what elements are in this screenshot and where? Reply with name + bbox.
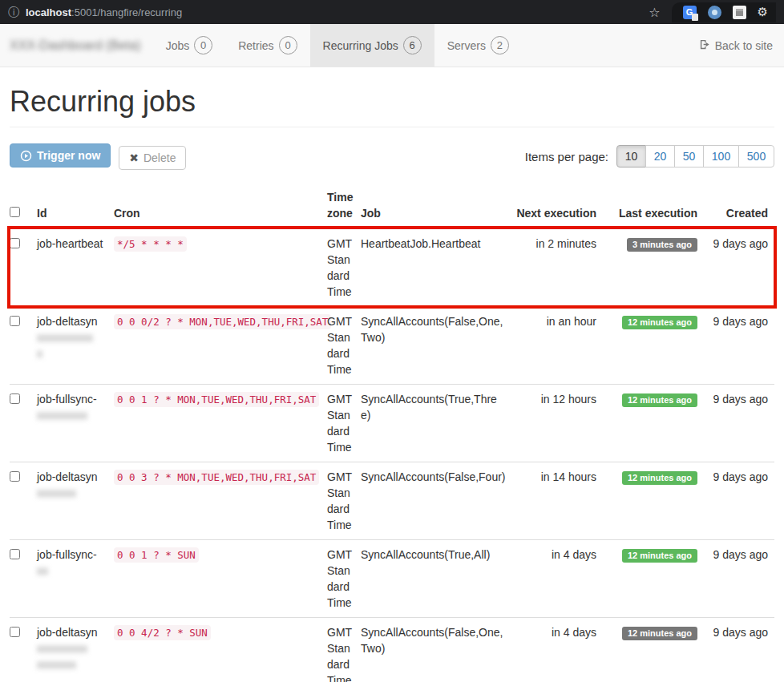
page-size-50[interactable]: 50 <box>674 145 704 167</box>
back-to-site-label: Back to site <box>715 39 773 52</box>
nav-tab-label: Jobs <box>166 39 190 52</box>
row-checkbox[interactable] <box>10 238 20 248</box>
page-info-icon[interactable]: ⓘ <box>8 6 19 18</box>
created-cell: 9 days ago <box>704 539 774 617</box>
page-size-10[interactable]: 10 <box>616 145 646 167</box>
cron-expression: 0 0 1 ? * MON,TUE,WED,THU,FRI,SAT <box>114 392 319 407</box>
next-execution-cell: in an hour <box>513 306 603 384</box>
last-execution-cell: 3 minutes ago <box>603 228 704 307</box>
trigger-now-label: Trigger now <box>37 149 100 162</box>
job-method-cell: SyncAllAccounts(True,All) <box>361 539 513 617</box>
last-execution-cell: 12 minutes ago <box>603 306 704 384</box>
browser-address-bar: ⓘ localhost:5001/hangfire/recurring ☆ G … <box>0 0 784 24</box>
last-execution-badge[interactable]: 3 minutes ago <box>627 238 697 252</box>
translate-extension-icon[interactable]: G <box>683 6 697 19</box>
cron-cell: 0 0 4/2 ? * SUN <box>114 617 327 682</box>
nav-tab-jobs[interactable]: Jobs 0 <box>153 24 226 67</box>
gear-extension-icon[interactable]: ⚙ <box>758 6 768 18</box>
table-row: job-heartbeat */5 * * * * GMT Standard T… <box>10 228 774 307</box>
brand-text-redacted: XXX-Dashboard (Beta) <box>10 38 141 53</box>
trigger-now-button[interactable]: Trigger now <box>10 143 111 167</box>
next-execution-cell: in 2 minutes <box>513 228 603 307</box>
row-checkbox[interactable] <box>10 549 20 559</box>
cron-cell: 0 0 1 ? * SUN <box>114 539 327 617</box>
page-size-20[interactable]: 20 <box>645 145 675 167</box>
page-size-100[interactable]: 100 <box>703 145 739 167</box>
brand[interactable]: XXX-Dashboard (Beta) <box>0 24 153 67</box>
nav-tab-label: Servers <box>447 39 486 52</box>
created-cell: 9 days ago <box>704 306 774 384</box>
cron-expression: 0 0 3 ? * MON,TUE,WED,THU,FRI,SAT <box>114 470 319 485</box>
timezone-cell: GMT Standard Time <box>327 539 361 617</box>
job-method-cell: SyncAllAccounts(False,One, Two) <box>361 306 513 384</box>
created-cell: 9 days ago <box>704 462 774 539</box>
nav-tab-retries[interactable]: Retries 0 <box>225 24 309 67</box>
row-checkbox[interactable] <box>10 393 20 404</box>
job-id-redacted-text: xxxxxxx <box>37 656 107 672</box>
table-header-row: Id Cron Time zone Job Next execution Las… <box>10 183 774 228</box>
job-id-cell: job-heartbeat <box>37 228 114 307</box>
last-execution-badge[interactable]: 12 minutes ago <box>622 471 697 485</box>
delete-x-icon: ✖ <box>129 151 139 164</box>
nav-tab-label: Retries <box>238 39 273 52</box>
select-all-checkbox[interactable] <box>10 207 20 217</box>
job-id-text: job-deltasyn <box>37 470 98 483</box>
delete-button[interactable]: ✖ Delete <box>119 146 186 170</box>
job-id-cell: job-fullsync-xx <box>37 539 114 617</box>
table-row: job-deltasynxxxxxxx 0 0 3 ? * MON,TUE,WE… <box>10 462 774 539</box>
row-checkbox[interactable] <box>10 471 20 482</box>
table-row: job-deltasynxxxxxxxxxxx 0 0 0/2 ? * MON,… <box>10 306 774 384</box>
package-extension-icon[interactable] <box>733 6 746 19</box>
row-checkbox[interactable] <box>10 627 20 637</box>
bookmark-star-icon[interactable]: ☆ <box>649 5 660 20</box>
job-id-cell: job-fullsync-xxxxxxxxx <box>37 384 114 462</box>
last-execution-cell: 12 minutes ago <box>603 384 704 462</box>
page-size-500[interactable]: 500 <box>738 145 774 167</box>
hangfire-navbar: XXX-Dashboard (Beta) Jobs 0 Retries 0 Re… <box>0 24 784 67</box>
nav-tab-servers[interactable]: Servers 2 <box>434 24 522 67</box>
page-title: Recurring jobs <box>10 85 774 127</box>
nav-tab-count-badge: 2 <box>491 36 509 54</box>
created-cell: 9 days ago <box>704 228 774 307</box>
cron-expression: 0 0 4/2 ? * SUN <box>114 625 211 640</box>
nav-tab-recurring-jobs[interactable]: Recurring Jobs 6 <box>310 24 434 67</box>
created-cell: 9 days ago <box>704 617 774 682</box>
items-per-page: Items per page: 102050100500 <box>525 145 774 167</box>
next-execution-cell: in 4 days <box>513 617 603 682</box>
job-id-redacted-text: xxxxxxxxx <box>37 640 107 656</box>
next-execution-cell: in 14 hours <box>513 462 603 539</box>
last-execution-badge[interactable]: 12 minutes ago <box>622 549 697 563</box>
job-method-cell: SyncAllAccounts(False,Four) <box>361 462 513 539</box>
last-execution-badge[interactable]: 12 minutes ago <box>622 393 697 407</box>
row-checkbox[interactable] <box>10 316 20 326</box>
donut-extension-icon[interactable] <box>708 6 721 19</box>
page-size-group: 102050100500 <box>616 145 774 167</box>
header-next-execution: Next execution <box>513 183 603 228</box>
job-id-redacted-text: xx <box>37 563 107 579</box>
next-execution-cell: in 4 days <box>513 539 603 617</box>
job-method-cell: SyncAllAccounts(False,One, Two) <box>361 617 513 682</box>
jobs-table-body: job-heartbeat */5 * * * * GMT Standard T… <box>10 228 774 682</box>
last-execution-badge[interactable]: 12 minutes ago <box>622 627 697 640</box>
items-per-page-label: Items per page: <box>525 150 608 163</box>
job-id-text: job-deltasyn <box>37 315 98 328</box>
cron-expression: 0 0 0/2 ? * MON,TUE,WED,THU,FRI,SAT <box>114 314 331 329</box>
header-timezone: Time zone <box>327 183 361 228</box>
extensions-strip: G ⚙ <box>672 2 776 22</box>
header-last-execution: Last execution <box>603 183 704 228</box>
job-id-redacted-text: xxxxxxx <box>37 485 107 501</box>
url-text[interactable]: localhost:5001/hangfire/recurring <box>26 6 182 18</box>
table-row: job-fullsync-xxxxxxxxx 0 0 1 ? * MON,TUE… <box>10 384 774 462</box>
last-execution-badge[interactable]: 12 minutes ago <box>622 316 697 329</box>
url-path: :5001/hangfire/recurring <box>71 6 182 18</box>
job-id-redacted-text: xxxxxxxxxx <box>37 329 107 345</box>
cron-cell: 0 0 3 ? * MON,TUE,WED,THU,FRI,SAT <box>114 462 327 539</box>
timezone-cell: GMT Standard Time <box>327 462 361 539</box>
delete-label: Delete <box>143 151 176 164</box>
job-method-cell: SyncAllAccounts(True,Three) <box>361 384 513 462</box>
timezone-cell: GMT Standard Time <box>327 228 361 307</box>
cube-icon <box>736 9 743 16</box>
back-to-site-link[interactable]: Back to site <box>699 38 773 53</box>
nav-tab-label: Recurring Jobs <box>323 39 398 52</box>
play-circle-icon <box>20 150 32 162</box>
